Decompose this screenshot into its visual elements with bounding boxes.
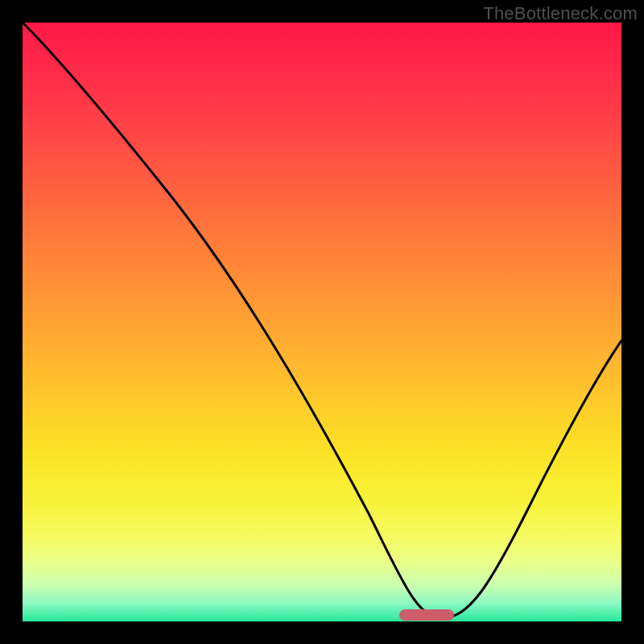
bottleneck-curve <box>23 23 621 621</box>
chart-frame: TheBottleneck.com <box>0 0 644 644</box>
optimal-marker <box>399 609 454 621</box>
curve-path <box>23 23 621 618</box>
plot-area <box>23 23 621 621</box>
watermark-text: TheBottleneck.com <box>483 3 638 24</box>
